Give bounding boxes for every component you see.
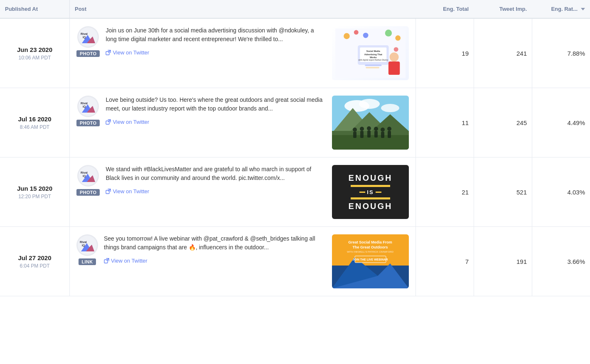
view-on-twitter-3[interactable]: View on Twitter [106,188,149,194]
svg-point-46 [381,128,385,132]
svg-text:with digital expert Nathan Oku: with digital expert Nathan Okuley [358,59,388,61]
external-link-icon-3 [106,189,111,194]
post-content-4: See you tomorrow! A live webinar with @p… [104,234,326,265]
post-text-3: We stand with #BlackLivesMatter and are … [106,165,326,182]
svg-rect-47 [381,132,384,138]
date-4: Jul 27 2020 [18,254,51,262]
table-row: Jun 15 2020 12:20 PM PDT Rival IQ Photo [0,157,590,227]
post-image-1: Social Media Advertising That Works with… [332,26,409,80]
header-published-at: Published At [0,0,70,18]
svg-rect-49 [388,131,391,138]
svg-text:Rival: Rival [81,102,88,105]
cell-tweet-imp-4: 191 [474,227,532,296]
header-post: Post [70,0,415,18]
post-image-2 [332,96,409,150]
post-content-3: We stand with #BlackLivesMatter and are … [106,165,326,195]
post-image-4: Great Social Media From The Great Outdoo… [332,234,409,288]
cell-tweet-imp-1: 241 [474,19,532,88]
svg-point-44 [374,127,378,131]
avatar-3: Rival IQ [77,165,99,187]
enough-image: ENOUGH IS ENOUGH [332,165,409,219]
svg-text:Advertising That: Advertising That [364,53,382,56]
svg-point-13 [390,52,399,61]
svg-point-42 [367,126,371,130]
cell-date-4: Jul 27 2020 6:04 PM PDT [0,227,70,296]
date-3: Jun 15 2020 [17,184,52,193]
cell-eng-total-2: 11 [415,88,474,157]
cell-date-2: Jul 16 2020 8:46 AM PDT [0,88,70,157]
avatar-block-4: Rival IQ Link [76,234,98,265]
badge-3: Photo [76,189,100,196]
svg-text:Social Media: Social Media [366,50,381,52]
table-row: Jun 23 2020 10:06 AM PDT Rival IQ Photo [0,19,590,88]
external-link-icon-4 [104,258,109,263]
cell-post-3: Rival IQ Photo We stand with #BlackLives… [70,157,415,226]
svg-rect-22 [366,67,379,69]
outdoor-image [332,96,409,150]
badge-1: Photo [76,50,100,57]
svg-text:The Great Outdoors: The Great Outdoors [352,245,388,249]
post-text-4: See you tomorrow! A live webinar with @p… [104,234,326,252]
view-on-twitter-4[interactable]: View on Twitter [104,258,148,264]
cell-post-1: Rival IQ Photo Join us on June 30th for … [70,19,415,88]
external-link-icon-1 [106,50,111,55]
social-media-svg: Social Media Advertising That Works with… [335,26,406,80]
table-row: Jul 16 2020 8:46 AM PDT Rival IQ Photo [0,88,590,157]
avatar-block-3: Rival IQ Photo [76,165,100,196]
avatar-4: Rival IQ [76,234,98,256]
cell-date-1: Jun 23 2020 10:06 AM PDT [0,19,70,88]
avatar-2: Rival IQ [77,96,99,117]
post-text-1: Join us on June 30th for a social media … [106,26,326,44]
cell-eng-total-3: 21 [415,157,474,226]
svg-point-31 [359,99,380,109]
posts-table: Published At Post Eng. Total Tweet Imp. … [0,0,590,296]
rival-iq-logo-1: Rival IQ [79,27,98,47]
date-1: Jun 23 2020 [17,46,52,54]
table-row: Jul 27 2020 6:04 PM PDT Rival IQ Link [0,227,590,296]
cell-tweet-imp-3: 521 [474,157,532,226]
webinar-image: Great Social Media From The Great Outdoo… [332,234,409,288]
cell-eng-rat-4: 3.66% [532,227,590,296]
avatar-block-1: Rival IQ Photo [76,26,100,57]
header-eng-rat[interactable]: Eng. Rat... [532,0,590,18]
svg-point-32 [381,104,399,112]
svg-text:Great Social Media From: Great Social Media From [348,240,392,244]
cell-post-4: Rival IQ Link See you tomorrow! A live w… [70,227,415,296]
avatar-1: Rival IQ [77,26,99,48]
svg-text:JOIN THE LIVE WEBINAR: JOIN THE LIVE WEBINAR [352,258,388,261]
svg-point-48 [387,127,391,131]
rival-iq-logo-2: Rival IQ [79,97,98,116]
post-content-1: Join us on June 30th for a social media … [106,26,326,57]
svg-rect-45 [374,131,378,138]
svg-rect-43 [367,130,371,138]
time-3: 12:20 PM PDT [17,194,52,199]
external-link-icon-2 [106,119,111,125]
cell-eng-rat-2: 4.49% [532,88,590,157]
svg-point-38 [353,128,357,132]
post-text-2: Love being outside? Us too. Here's where… [106,96,326,113]
svg-point-10 [385,30,392,36]
svg-text:Works: Works [370,56,377,59]
cell-post-2: Rival IQ Photo Love being outside? Us to… [70,88,415,157]
time-4: 6:04 PM PDT [18,263,51,269]
svg-text:Rival: Rival [80,241,87,243]
rival-iq-logo-4: Rival IQ [78,236,97,255]
cell-eng-rat-1: 7.88% [532,19,590,88]
cell-date-3: Jun 15 2020 12:20 PM PDT [0,157,70,226]
badge-4: Link [79,258,96,265]
post-content-2: Love being outside? Us too. Here's where… [106,96,326,126]
time-1: 10:06 AM PDT [17,55,52,61]
cell-eng-total-1: 19 [415,19,474,88]
svg-text:Rival: Rival [81,32,88,35]
sort-desc-icon [581,8,585,10]
view-on-twitter-1[interactable]: View on Twitter [106,49,149,56]
svg-point-7 [344,33,350,39]
avatar-block-2: Rival IQ Photo [76,96,100,126]
svg-point-40 [360,127,364,131]
svg-point-8 [354,30,359,34]
view-on-twitter-2[interactable]: View on Twitter [106,119,149,125]
svg-text:WITH INKWELL'S PATRICK CRAWFOR: WITH INKWELL'S PATRICK CRAWFORD [347,251,394,253]
svg-point-11 [395,35,401,41]
social-media-image: Social Media Advertising That Works with… [332,26,409,80]
rival-iq-logo-3: Rival IQ [79,166,98,185]
